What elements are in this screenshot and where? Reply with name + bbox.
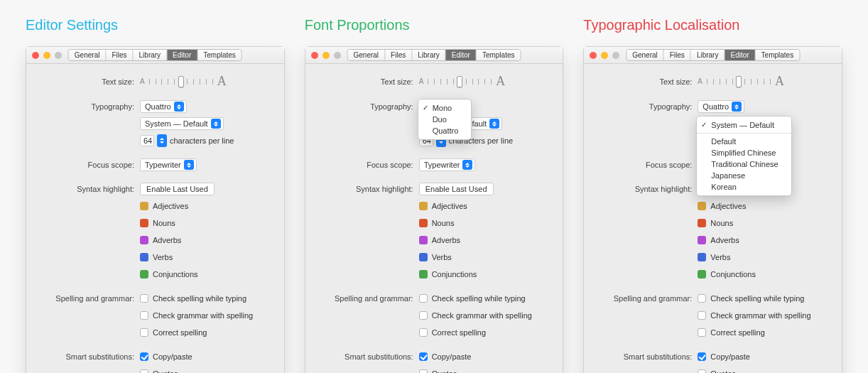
minimize-dot-icon[interactable] bbox=[322, 52, 330, 59]
conj-swatch-icon bbox=[419, 270, 428, 279]
locale-popup-item[interactable]: Default bbox=[697, 136, 791, 147]
spelling-check-grammar-with-spelling[interactable]: Check grammar with spelling bbox=[140, 311, 253, 320]
spelling-check-spelling-while-typing[interactable]: Check spelling while typing bbox=[419, 294, 526, 303]
typography-select-arrows-icon bbox=[174, 102, 184, 112]
locale-popup-item[interactable]: Simplified Chinese bbox=[697, 147, 791, 158]
tab-editor[interactable]: Editor bbox=[167, 50, 197, 60]
locale-popup-item[interactable]: Japanese bbox=[697, 170, 791, 181]
focus-scope-select-arrows-icon bbox=[184, 160, 194, 170]
pos-verb: Verbs bbox=[698, 253, 730, 261]
tab-templates[interactable]: Templates bbox=[756, 50, 800, 60]
checkbox-label: Correct spelling bbox=[432, 328, 486, 337]
close-dot-icon[interactable] bbox=[32, 52, 39, 59]
spelling-check-grammar-with-spelling[interactable]: Check grammar with spelling bbox=[419, 311, 532, 320]
typography-select[interactable]: Quattro bbox=[698, 100, 744, 113]
verb-swatch-icon bbox=[140, 253, 148, 261]
checkbox-icon[interactable] bbox=[419, 294, 428, 303]
checkbox-icon[interactable] bbox=[419, 369, 428, 373]
slider-knob-icon[interactable] bbox=[178, 76, 184, 87]
zoom-dot-icon[interactable] bbox=[612, 52, 619, 59]
checkbox-label: Quotes bbox=[710, 369, 735, 373]
pos-adv: Adverbs bbox=[698, 236, 739, 244]
focus-scope-select[interactable]: Typewriter bbox=[140, 158, 197, 171]
tab-editor[interactable]: Editor bbox=[725, 50, 755, 60]
locale-popup-item[interactable]: System — Default bbox=[697, 119, 791, 131]
tab-general[interactable]: General bbox=[69, 50, 107, 60]
typography-popup-item[interactable]: Duo bbox=[418, 114, 472, 125]
tab-files[interactable]: Files bbox=[385, 50, 412, 60]
text-size-slider[interactable] bbox=[707, 80, 771, 83]
checkbox-icon[interactable] bbox=[698, 328, 706, 337]
syntax-highlight-label: Syntax highlight: bbox=[597, 185, 698, 193]
checkbox-icon[interactable] bbox=[419, 328, 428, 337]
tab-templates[interactable]: Templates bbox=[197, 50, 242, 60]
pos-label: Verbs bbox=[153, 253, 173, 261]
cpl-stepper[interactable]: 64characters per line bbox=[140, 134, 234, 147]
enable-last-used-button[interactable]: Enable Last Used bbox=[140, 183, 215, 195]
smart-subs-copy-paste[interactable]: Copy/paste bbox=[698, 352, 750, 361]
checkbox-icon[interactable] bbox=[140, 328, 148, 337]
tab-general[interactable]: General bbox=[348, 50, 386, 60]
smart-subs-quotes[interactable]: Quotes bbox=[419, 369, 457, 373]
tab-library[interactable]: Library bbox=[691, 50, 725, 60]
column-title: Typographic Localisation bbox=[583, 17, 842, 33]
pos-noun: Nouns bbox=[698, 219, 733, 227]
spelling-check-spelling-while-typing[interactable]: Check spelling while typing bbox=[698, 294, 804, 303]
checkbox-icon[interactable] bbox=[140, 352, 148, 361]
cpl-step-arrows-icon[interactable] bbox=[157, 134, 167, 147]
tab-files[interactable]: Files bbox=[106, 50, 133, 60]
slider-knob-icon[interactable] bbox=[457, 76, 462, 87]
smart-subs-quotes[interactable]: Quotes bbox=[698, 369, 735, 373]
text-size-slider[interactable] bbox=[428, 80, 492, 83]
tab-library[interactable]: Library bbox=[412, 50, 446, 60]
zoom-dot-icon[interactable] bbox=[334, 52, 341, 59]
tab-editor[interactable]: Editor bbox=[446, 50, 477, 60]
typography-popup-item[interactable]: Quattro bbox=[418, 125, 472, 136]
checkbox-icon[interactable] bbox=[419, 352, 428, 361]
noun-swatch-icon bbox=[698, 219, 706, 227]
conj-swatch-icon bbox=[140, 270, 148, 279]
system-default-select[interactable]: System — Default bbox=[140, 117, 224, 130]
checkbox-label: Copy/paste bbox=[710, 352, 750, 361]
minimize-dot-icon[interactable] bbox=[601, 52, 608, 59]
pos-verb: Verbs bbox=[419, 253, 452, 261]
close-dot-icon[interactable] bbox=[590, 52, 597, 59]
close-dot-icon[interactable] bbox=[311, 52, 318, 59]
pos-adv: Adverbs bbox=[419, 236, 460, 244]
checkbox-icon[interactable] bbox=[698, 352, 706, 361]
typography-select-arrows-icon bbox=[732, 102, 742, 112]
checkbox-icon[interactable] bbox=[698, 369, 706, 373]
tab-library[interactable]: Library bbox=[134, 50, 168, 60]
pos-label: Conjunctions bbox=[432, 270, 477, 279]
focus-scope-select[interactable]: Typewriter bbox=[419, 158, 476, 171]
spelling-check-grammar-with-spelling[interactable]: Check grammar with spelling bbox=[698, 311, 810, 320]
checkbox-icon[interactable] bbox=[698, 311, 706, 320]
text-size-slider[interactable] bbox=[149, 80, 213, 83]
enable-last-used-button[interactable]: Enable Last Used bbox=[419, 183, 494, 195]
pos-adj: Adjectives bbox=[140, 202, 188, 210]
minimize-dot-icon[interactable] bbox=[43, 52, 50, 59]
spelling-correct-spelling[interactable]: Correct spelling bbox=[419, 328, 486, 337]
zoom-dot-icon[interactable] bbox=[55, 52, 62, 59]
locale-popup-item[interactable]: Traditional Chinese bbox=[697, 158, 791, 170]
locale-popup-item[interactable]: Korean bbox=[697, 181, 791, 193]
smart-subs-copy-paste[interactable]: Copy/paste bbox=[140, 352, 192, 361]
smart-subs-quotes[interactable]: Quotes bbox=[140, 369, 178, 373]
smart-subs-copy-paste[interactable]: Copy/paste bbox=[419, 352, 472, 361]
checkbox-icon[interactable] bbox=[140, 369, 148, 373]
checkbox-icon[interactable] bbox=[698, 294, 706, 303]
spelling-correct-spelling[interactable]: Correct spelling bbox=[698, 328, 764, 337]
spelling-correct-spelling[interactable]: Correct spelling bbox=[140, 328, 207, 337]
tab-files[interactable]: Files bbox=[664, 50, 691, 60]
tab-templates[interactable]: Templates bbox=[477, 50, 521, 60]
cpl-value: 64 bbox=[140, 135, 154, 146]
checkbox-icon[interactable] bbox=[419, 311, 428, 320]
spelling-check-spelling-while-typing[interactable]: Check spelling while typing bbox=[140, 294, 246, 303]
tab-general[interactable]: General bbox=[626, 50, 664, 60]
verb-swatch-icon bbox=[698, 253, 706, 261]
checkbox-icon[interactable] bbox=[140, 294, 148, 303]
slider-knob-icon[interactable] bbox=[736, 76, 742, 87]
typography-select[interactable]: Quattro bbox=[140, 100, 187, 113]
checkbox-icon[interactable] bbox=[140, 311, 148, 320]
typography-popup-item[interactable]: Mono bbox=[418, 102, 472, 114]
